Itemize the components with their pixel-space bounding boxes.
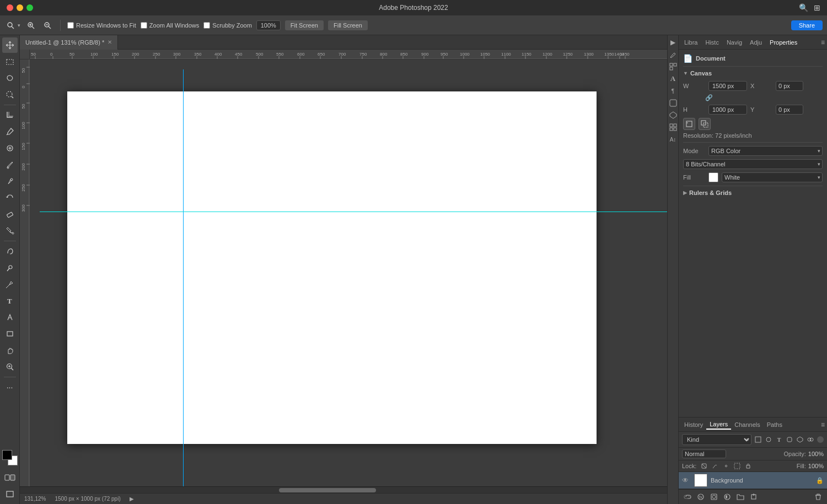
lock-transparent-pixels-icon[interactable]	[700, 462, 708, 470]
lock-artboard-icon[interactable]	[733, 462, 742, 470]
status-arrow[interactable]: ▶	[130, 496, 134, 502]
canvas-x-input[interactable]	[776, 81, 803, 91]
history-brush-tool[interactable]	[2, 190, 18, 205]
crop-tool[interactable]	[2, 107, 18, 123]
canvas-width-input[interactable]	[708, 81, 747, 91]
foreground-color-swatch[interactable]	[2, 450, 12, 460]
brush-tool[interactable]	[2, 157, 18, 172]
scrubby-zoom-input[interactable]	[203, 22, 210, 29]
layers-panel-menu-icon[interactable]: ≡	[821, 421, 825, 429]
hand-tool[interactable]	[2, 343, 18, 358]
path-selection-tool[interactable]	[2, 310, 18, 325]
properties-brush-icon[interactable]	[668, 50, 678, 59]
zoom-all-windows-checkbox[interactable]: Zoom All Windows	[141, 22, 199, 29]
tab-adju[interactable]: Adju	[747, 38, 765, 47]
properties-play-icon[interactable]: ▶	[668, 37, 678, 47]
minimize-button[interactable]	[17, 4, 23, 11]
scrubby-zoom-checkbox[interactable]: Scrubby Zoom	[203, 22, 252, 29]
new-layer-icon[interactable]	[748, 491, 759, 502]
fit-screen-button[interactable]: Fit Screen	[285, 20, 324, 30]
lock-position-icon[interactable]	[722, 462, 731, 470]
lasso-tool[interactable]	[2, 71, 18, 86]
resize-canvas-icon[interactable]	[699, 118, 711, 130]
lock-image-pixels-icon[interactable]	[711, 462, 719, 470]
filter-smart-icon[interactable]	[796, 435, 804, 444]
tab-history[interactable]: History	[681, 420, 706, 429]
properties-3d-icon[interactable]	[668, 110, 678, 120]
quick-selection-tool[interactable]	[2, 87, 18, 102]
blend-mode-select[interactable]: Normal Dissolve Multiply Screen	[682, 449, 726, 458]
fill-select[interactable]: White Black Transparent Background Color	[722, 172, 823, 182]
kind-select[interactable]: Kind	[682, 434, 751, 445]
tab-channels[interactable]: Channels	[731, 420, 763, 429]
filter-toggle[interactable]	[817, 436, 824, 443]
properties-grid-icon[interactable]	[668, 122, 678, 132]
lock-all-icon[interactable]	[744, 462, 753, 470]
healing-brush-tool[interactable]	[2, 140, 18, 156]
doc-tab-close[interactable]: ✕	[108, 39, 112, 45]
panel-menu-icon[interactable]: ≡	[821, 39, 825, 46]
filter-type-icon[interactable]: T	[775, 435, 783, 444]
add-layer-style-icon[interactable]: fx	[695, 491, 706, 502]
canvas-height-input[interactable]	[708, 105, 747, 115]
eraser-tool[interactable]	[2, 207, 18, 222]
document-tab[interactable]: Untitled-1 @ 131% (RGB/8) * ✕	[20, 35, 118, 50]
properties-type2-icon[interactable]: A↕	[668, 134, 678, 144]
properties-context-icon[interactable]	[668, 98, 678, 108]
rectangle-select-tool[interactable]	[2, 54, 18, 69]
fill-screen-button[interactable]: Fill Screen	[328, 20, 368, 30]
new-group-icon[interactable]	[735, 491, 746, 502]
mode-select[interactable]: RGB Color CMYK Color Grayscale	[708, 146, 823, 156]
layer-lock-icon[interactable]: 🔒	[816, 477, 824, 484]
more-tools-button[interactable]: ···	[2, 380, 18, 395]
blur-tool[interactable]	[2, 243, 18, 259]
tab-layers[interactable]: Layers	[706, 420, 731, 430]
zoom-in-button[interactable]	[25, 19, 37, 31]
filter-adjust-icon[interactable]	[764, 435, 773, 444]
tab-libra[interactable]: Libra	[681, 38, 701, 47]
canvas-y-input[interactable]	[776, 105, 803, 115]
window-tile-icon[interactable]: ⊞	[814, 3, 820, 12]
resize-windows-input[interactable]	[67, 22, 74, 29]
pen-tool[interactable]	[2, 277, 18, 292]
zoom-tool[interactable]	[2, 359, 18, 375]
paint-bucket-tool[interactable]	[2, 223, 18, 239]
rulers-grids-section-header[interactable]: ▶ Rulers & Grids	[683, 189, 823, 196]
zoom-search-icon[interactable]	[4, 19, 17, 31]
background-layer-row[interactable]: 👁 Background 🔒	[679, 472, 827, 489]
canvas-section-header[interactable]: ▼ Canvas	[683, 70, 823, 77]
zoom-out-button[interactable]	[41, 19, 53, 31]
share-button[interactable]: Share	[791, 20, 823, 30]
link-layers-icon[interactable]	[682, 491, 693, 502]
move-tool[interactable]	[2, 37, 18, 53]
search-icon[interactable]: 🔍	[799, 3, 808, 12]
scrollbar-thumb[interactable]	[279, 488, 376, 492]
dodge-tool[interactable]	[2, 260, 18, 275]
link-proportions-icon[interactable]: 🔗	[705, 94, 713, 101]
crop-canvas-icon[interactable]	[683, 118, 695, 130]
clone-stamp-tool[interactable]	[2, 174, 18, 189]
layer-visibility-icon[interactable]: 👁	[682, 476, 691, 484]
add-mask-icon[interactable]	[708, 491, 719, 502]
filter-pixel-icon[interactable]	[754, 435, 762, 444]
filter-shape-icon[interactable]	[785, 435, 794, 444]
close-button[interactable]	[7, 4, 13, 11]
horizontal-scrollbar[interactable]	[20, 486, 667, 493]
rectangle-tool[interactable]	[2, 326, 18, 342]
tab-navig[interactable]: Navig	[723, 38, 745, 47]
text-tool[interactable]: T	[2, 293, 18, 308]
quick-mask-button[interactable]	[2, 470, 18, 485]
tab-properties[interactable]: Properties	[766, 38, 801, 47]
resize-windows-checkbox[interactable]: Resize Windows to Fit	[67, 22, 136, 29]
maximize-button[interactable]	[26, 4, 33, 11]
filter-effect-icon[interactable]	[806, 435, 815, 444]
eyedropper-tool[interactable]	[2, 124, 18, 139]
zoom-dropdown-arrow[interactable]: ▾	[18, 23, 20, 28]
zoom-all-windows-input[interactable]	[141, 22, 147, 29]
tab-paths[interactable]: Paths	[764, 420, 786, 429]
delete-layer-icon[interactable]	[813, 491, 824, 502]
fill-color-swatch[interactable]	[708, 172, 718, 182]
properties-text-icon[interactable]: A	[668, 74, 678, 84]
tab-histc[interactable]: Histc	[702, 38, 722, 47]
properties-select-icon[interactable]	[668, 62, 678, 72]
